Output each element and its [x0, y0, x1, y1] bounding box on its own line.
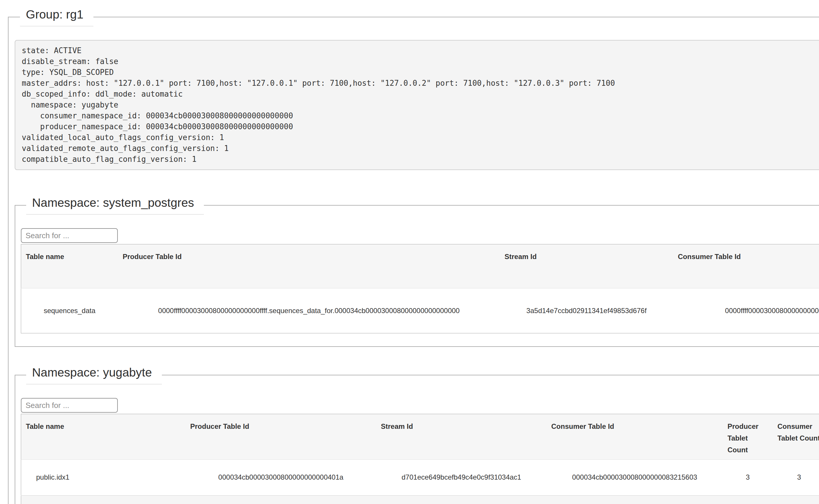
column-header-stream-id[interactable]: Stream Id	[500, 244, 673, 288]
namespace-title-yugabyte: Namespace: yugabyte	[26, 366, 162, 384]
cell-stream-id: 3a5d14e7ccbd02911341ef49853d676f	[500, 288, 673, 333]
table-row-public-idx1: public.idx1 000034cb00003000800000000000…	[21, 460, 819, 495]
namespace-title-system-postgres: Namespace: system_postgres	[26, 196, 204, 215]
column-header-consumer-table-id[interactable]: Consumer Table Id	[673, 244, 819, 288]
cell-consumer-tablet-count: 3	[773, 460, 819, 495]
table-row-partial	[21, 495, 819, 504]
cell-stream-id: d701ece649bcefb49c4e0c9f31034ac1	[376, 460, 547, 495]
namespace-section-yugabyte: Namespace: yugabyte Table name Producer …	[15, 366, 819, 504]
cell-consumer-table-id: 0000ffff00003000800000000000ffff.sequenc…	[673, 288, 819, 333]
column-header-producer-tablet-count[interactable]: Producer Tablet Count	[723, 414, 773, 460]
cell-table-name: public.idx1	[21, 460, 186, 495]
replication-table-yugabyte: Table name Producer Table Id Stream Id C…	[21, 414, 819, 504]
table-row-sequences-data: sequences_data 0000ffff00003000800000000…	[21, 288, 819, 333]
cell-table-name: sequences_data	[21, 288, 118, 333]
cell-producer-table-id: 0000ffff00003000800000000000ffff.sequenc…	[118, 288, 500, 333]
column-header-producer-table-id[interactable]: Producer Table Id	[118, 244, 500, 288]
column-header-table-name[interactable]: Table name	[21, 414, 186, 460]
column-header-consumer-table-id[interactable]: Consumer Table Id	[547, 414, 723, 460]
namespace-legend: Namespace: system_postgres	[26, 196, 204, 215]
cell-producer-table-id: 000034cb00003000800000000000401a	[186, 460, 376, 495]
replication-group-config-text: state: ACTIVE disable_stream: false type…	[15, 40, 819, 170]
table-header-row: Table name Producer Table Id Stream Id C…	[21, 244, 819, 288]
search-input-yugabyte[interactable]	[21, 398, 118, 413]
cell-producer-tablet-count: 3	[723, 460, 773, 495]
column-header-table-name[interactable]: Table name	[21, 244, 118, 288]
search-input-system-postgres[interactable]	[21, 228, 118, 243]
namespace-section-system-postgres: Namespace: system_postgres Table name Pr…	[15, 196, 819, 347]
replication-table-system-postgres: Table name Producer Table Id Stream Id C…	[21, 244, 819, 333]
column-header-consumer-tablet-count[interactable]: Consumer Tablet Count	[773, 414, 819, 460]
replication-group-section: Group: rg1 state: ACTIVE disable_stream:…	[8, 8, 819, 504]
replication-group-legend: Group: rg1	[20, 8, 93, 26]
column-header-stream-id[interactable]: Stream Id	[376, 414, 547, 460]
table-header-row: Table name Producer Table Id Stream Id C…	[21, 414, 819, 460]
cell-consumer-table-id: 000034cb000030008000000083215603	[547, 460, 723, 495]
replication-group-title: Group: rg1	[20, 8, 93, 26]
column-header-producer-table-id[interactable]: Producer Table Id	[186, 414, 376, 460]
namespace-legend: Namespace: yugabyte	[26, 366, 162, 384]
